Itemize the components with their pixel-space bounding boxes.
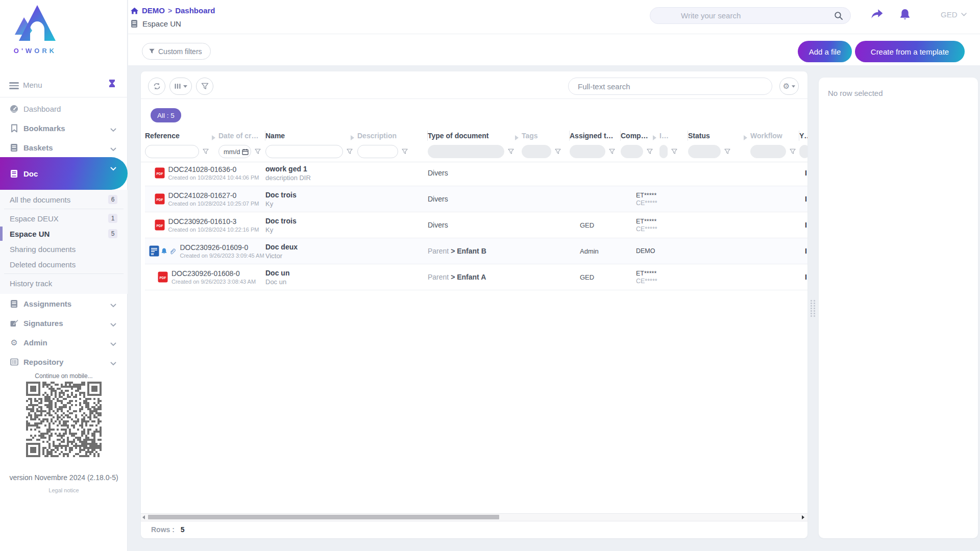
- filter-input-reference[interactable]: [151, 147, 193, 156]
- gear-icon: ⚙: [10, 338, 18, 347]
- filter-funnel-icon[interactable]: [790, 148, 796, 155]
- sort-arrow-icon[interactable]: [653, 133, 656, 142]
- filter-input-name[interactable]: [271, 147, 337, 156]
- sidebar-subitem-sharing-documents[interactable]: Sharing documents: [0, 241, 128, 257]
- sidebar-item-bookmarks[interactable]: Bookmarks: [0, 118, 128, 138]
- app-logo[interactable]: O'WORK: [7, 4, 63, 55]
- sort-arrow-icon[interactable]: [351, 133, 354, 142]
- filter-cell-description: [357, 145, 428, 158]
- tab-all-documents[interactable]: All : 5: [151, 108, 181, 122]
- columns-chooser-button[interactable]: [169, 78, 192, 95]
- column-header-tags[interactable]: Tags: [522, 131, 570, 141]
- column-header-date-of-cr[interactable]: Date of cr…: [218, 131, 265, 141]
- cell-tags: [522, 186, 570, 212]
- filter-input-description[interactable]: [363, 147, 393, 156]
- mobile-hint-text: Continue on mobile...: [0, 372, 128, 380]
- hamburger-menu-icon[interactable]: [9, 81, 19, 91]
- column-header-label: Workflow: [750, 132, 782, 140]
- scroll-left-arrow-icon[interactable]: [142, 515, 145, 519]
- book-icon: [10, 299, 18, 308]
- custom-filters-label: Custom filters: [158, 47, 202, 56]
- table-settings-button[interactable]: ⚙: [779, 78, 799, 95]
- sidebar-subitem-deleted-documents[interactable]: Deleted documents: [0, 257, 128, 272]
- filter-pill-date-of-cr[interactable]: mm/d: [218, 145, 251, 158]
- table-row[interactable]: wDOC230926-01609-0Created on 9/26/2023 3…: [145, 238, 807, 264]
- table-row[interactable]: PDFDOC230926-01608-0Created on 9/26/2023…: [145, 264, 807, 290]
- sidebar-item-baskets[interactable]: Baskets: [0, 138, 128, 157]
- home-icon[interactable]: [130, 7, 139, 15]
- column-header-type-of-document[interactable]: Type of document: [428, 131, 522, 141]
- sidebar-subitem-history-track[interactable]: History track: [0, 276, 128, 291]
- column-header-y[interactable]: Y…: [799, 131, 807, 141]
- filter-pill-reference: [145, 145, 199, 158]
- sort-arrow-icon[interactable]: [744, 133, 747, 142]
- filter-funnel-icon[interactable]: [203, 148, 209, 155]
- horizontal-scrollbar[interactable]: [141, 513, 807, 521]
- reference-text: DOC230926-01608-0: [172, 269, 256, 278]
- sidebar-item-repository[interactable]: Repository: [0, 352, 128, 371]
- created-date-text: Created on 10/28/2024 10:25:07 PM: [168, 201, 259, 207]
- column-header-i[interactable]: I…: [659, 131, 688, 141]
- filter-funnel-icon[interactable]: [402, 148, 408, 155]
- filter-funnel-icon[interactable]: [609, 148, 615, 155]
- caret-down-icon: [792, 85, 795, 88]
- scrollbar-thumb[interactable]: [148, 515, 499, 519]
- breadcrumb-root[interactable]: DEMO: [142, 6, 165, 15]
- filter-funnel-icon[interactable]: [671, 148, 677, 155]
- column-header-assigned-t[interactable]: Assigned t…: [570, 131, 621, 141]
- sidebar-item-doc[interactable]: Doc: [0, 157, 128, 190]
- table-row[interactable]: PDFDOC241028-01636-0Created on 10/28/202…: [145, 160, 807, 186]
- sort-arrow-icon[interactable]: [212, 133, 215, 142]
- created-date-text: Created on 9/26/2023 3:09:45 AM: [180, 253, 264, 259]
- share-icon[interactable]: [870, 8, 884, 20]
- table-row[interactable]: PDFDOC241028-01627-0Created on 10/28/202…: [145, 186, 807, 212]
- fulltext-search: [568, 78, 772, 95]
- fulltext-search-input[interactable]: [577, 82, 772, 91]
- breadcrumb-current[interactable]: Dashboard: [175, 6, 215, 15]
- filter-funnel-icon[interactable]: [508, 148, 514, 155]
- filter-funnel-icon[interactable]: [347, 148, 353, 155]
- search-icon[interactable]: [834, 11, 843, 20]
- create-from-template-button[interactable]: Create from a template: [855, 41, 965, 62]
- column-header-reference[interactable]: Reference: [145, 131, 218, 141]
- column-header-status[interactable]: Status: [688, 131, 750, 141]
- table-row[interactable]: PDFDOC230926-01610-3Created on 10/28/202…: [145, 212, 807, 238]
- cell-tags: [522, 212, 570, 238]
- column-header-name[interactable]: Name: [265, 131, 357, 141]
- panel-resize-handle[interactable]: [811, 300, 816, 317]
- sidebar-subitem-espace-un[interactable]: Espace UN5: [0, 226, 128, 241]
- svg-text:PDF: PDF: [156, 198, 163, 202]
- filter-funnel-icon[interactable]: [255, 148, 261, 155]
- sidebar-item-admin[interactable]: ⚙Admin: [0, 333, 128, 352]
- cell-type-of-document: Divers: [428, 186, 522, 212]
- scroll-right-arrow-icon[interactable]: [802, 515, 804, 519]
- refresh-button[interactable]: [148, 78, 165, 95]
- cell-workflow: [750, 264, 799, 290]
- sidebar-item-signatures[interactable]: Signatures: [0, 313, 128, 333]
- column-header-description[interactable]: Description: [357, 131, 428, 141]
- notification-bell-icon[interactable]: [899, 8, 911, 21]
- global-search-input[interactable]: [680, 11, 834, 20]
- filter-funnel-icon: [201, 83, 209, 90]
- pin-sidebar-icon[interactable]: [108, 79, 116, 92]
- sidebar-item-assignments[interactable]: Assignments: [0, 294, 128, 313]
- filter-cell-reference: [145, 145, 218, 158]
- sidebar-item-dashboard[interactable]: Dashboard: [0, 99, 128, 118]
- column-header-workflow[interactable]: Workflow: [750, 131, 799, 141]
- sidebar-subitem-all-the-documents[interactable]: All the documents6: [0, 192, 128, 207]
- sidebar-subitem-espace-deux[interactable]: Espace DEUX1: [0, 211, 128, 226]
- filter-pill-name: [265, 145, 343, 158]
- sidebar-subitem-label: Sharing documents: [10, 245, 76, 254]
- custom-filters-button[interactable]: Custom filters: [142, 43, 211, 60]
- column-header-comp[interactable]: Comp…: [621, 131, 659, 141]
- add-file-button[interactable]: Add a file: [798, 41, 852, 62]
- legal-notice-link[interactable]: Legal notice: [0, 487, 128, 493]
- sort-arrow-icon[interactable]: [515, 133, 519, 142]
- filter-funnel-icon[interactable]: [647, 148, 653, 155]
- user-menu[interactable]: GED: [941, 10, 967, 19]
- filter-pill-assigned-t: [570, 145, 605, 158]
- filters-button[interactable]: [196, 78, 213, 95]
- filter-funnel-icon[interactable]: [555, 148, 561, 155]
- filter-funnel-icon[interactable]: [724, 148, 730, 155]
- filter-pill-tags: [522, 145, 551, 158]
